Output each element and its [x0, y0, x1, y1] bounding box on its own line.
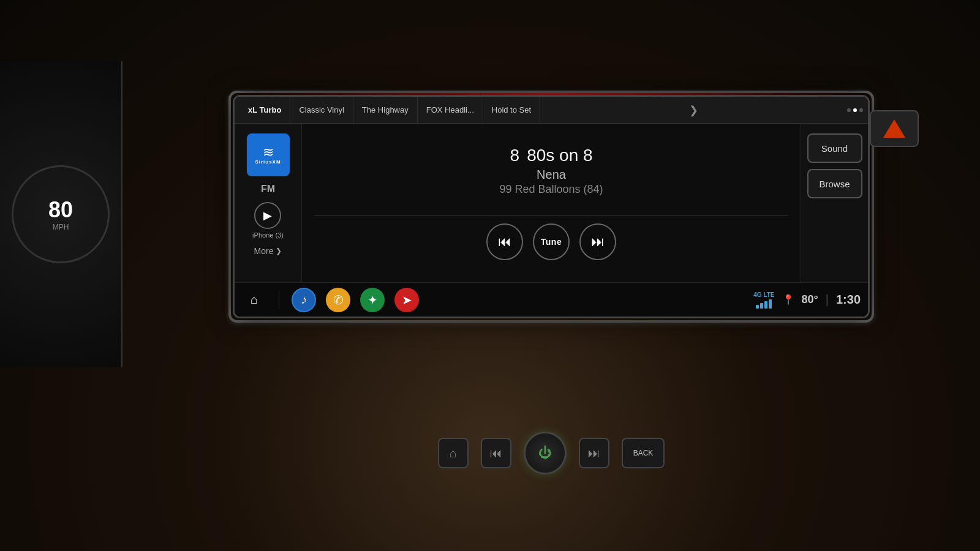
nav-music-icon[interactable]: ♪ [292, 288, 316, 312]
tune-label: Tune [541, 237, 562, 247]
iphone-source-button[interactable]: ▶ iPhone (3) [252, 202, 284, 239]
lte-bars [756, 299, 772, 309]
physical-prev-icon: ⏮ [490, 446, 502, 460]
lte-bar-4 [769, 299, 772, 309]
tab-dot-1 [847, 108, 851, 112]
tab-classic-vinyl[interactable]: Classic Vinyl [290, 97, 353, 124]
tab-bar: xL Turbo Classic Vinyl The Highway FOX H… [235, 97, 868, 124]
infotainment-screen: xL Turbo Classic Vinyl The Highway FOX H… [233, 95, 870, 318]
physical-prev-button[interactable]: ⏮ [481, 438, 511, 468]
tab-highway[interactable]: The Highway [353, 97, 418, 124]
tab-dot-2 [853, 108, 857, 112]
sirius-waves-icon: ≋ [263, 146, 274, 159]
back-label: BACK [633, 449, 654, 457]
artist-name: Nena [499, 168, 603, 182]
speed-unit: MPH [53, 223, 69, 231]
sirius-brand-text: SiriusXM [255, 159, 281, 165]
hazard-triangle-icon [883, 119, 905, 138]
hazard-button[interactable] [870, 110, 919, 147]
playback-controls: ⏮ Tune ⏭ [486, 223, 616, 260]
channel-info: 8 80s on 8 Nena 99 Red Balloons (84) [499, 146, 603, 196]
status-bar: ⌂ ♪ ✆ ✦ ➤ [235, 282, 868, 317]
tab-dot-3 [859, 108, 863, 112]
browse-button[interactable]: Browse [807, 169, 862, 198]
tab-fox[interactable]: FOX Headli... [418, 97, 483, 124]
left-sidebar: ≋ SiriusXM FM ▶ iPhone (3) More ❯ [235, 124, 302, 282]
prev-icon: ⏮ [498, 234, 511, 250]
status-info: 4G LTE 📍 80° | 1:30 [753, 291, 861, 309]
next-icon: ⏭ [591, 234, 605, 250]
tab-xl-turbo[interactable]: xL Turbo [239, 97, 290, 124]
status-separator: | [826, 293, 829, 307]
speedometer: 80 MPH [12, 165, 110, 263]
tab-dots [847, 108, 863, 112]
center-content: 8 80s on 8 Nena 99 Red Balloons (84) ⏮ T… [302, 124, 801, 282]
screen-content: xL Turbo Classic Vinyl The Highway FOX H… [235, 97, 868, 317]
back-button[interactable]: BACK [622, 438, 665, 468]
physical-next-icon: ⏭ [588, 446, 600, 460]
nav-phone-icon[interactable]: ✆ [326, 288, 350, 312]
channel-name: 80s on 8 [522, 146, 592, 165]
right-sidebar: Sound Browse [801, 124, 868, 282]
previous-button[interactable]: ⏮ [486, 223, 523, 260]
physical-next-button[interactable]: ⏭ [579, 438, 609, 468]
gauge-cluster: 80 MPH [0, 61, 123, 367]
siriusxm-logo[interactable]: ≋ SiriusXM [247, 133, 290, 176]
more-button[interactable]: More ❯ [254, 246, 282, 256]
iphone-label: iPhone (3) [252, 231, 284, 239]
speed-value: 80 [48, 197, 73, 223]
lte-bar-1 [756, 305, 759, 309]
nav-home-icon[interactable]: ⌂ [242, 288, 266, 312]
sound-button[interactable]: Sound [807, 133, 862, 163]
power-knob[interactable]: ⏻ [524, 432, 567, 474]
car-dashboard: 80 MPH xL Turbo Classic Vinyl The Highwa… [0, 0, 980, 551]
channel-number: 8 [510, 146, 519, 165]
physical-home-icon: ⌂ [450, 446, 457, 460]
physical-controls: ⌂ ⏮ ⏻ ⏭ BACK [245, 416, 858, 490]
channel-line: 8 80s on 8 [499, 146, 603, 165]
more-chevron-icon: ❯ [276, 247, 282, 255]
tune-button[interactable]: Tune [533, 223, 570, 260]
iphone-play-icon: ▶ [254, 202, 281, 229]
fm-label: FM [261, 184, 275, 195]
main-content: ≋ SiriusXM FM ▶ iPhone (3) More ❯ [235, 124, 868, 282]
tab-hold-to-set[interactable]: Hold to Set [483, 97, 540, 124]
nav-divider-1 [279, 291, 279, 309]
lte-bar-2 [760, 303, 763, 309]
nav-onstar-icon[interactable]: ✦ [360, 288, 385, 312]
lte-label: 4G LTE [753, 291, 774, 298]
nav-icons: ⌂ ♪ ✆ ✦ ➤ [242, 288, 419, 312]
lte-indicator: 4G LTE [753, 291, 774, 309]
temperature-display: 80° [802, 293, 818, 306]
time-display: 1:30 [836, 293, 861, 307]
location-icon: 📍 [782, 294, 794, 305]
lte-bar-3 [764, 301, 767, 309]
next-button[interactable]: ⏭ [579, 223, 616, 260]
song-title: 99 Red Balloons (84) [499, 183, 603, 196]
nav-navigation-icon[interactable]: ➤ [394, 288, 419, 312]
physical-home-button[interactable]: ⌂ [438, 438, 469, 468]
content-divider [314, 216, 788, 216]
power-icon: ⏻ [538, 445, 552, 461]
tab-chevron-right[interactable]: ❯ [684, 103, 703, 117]
